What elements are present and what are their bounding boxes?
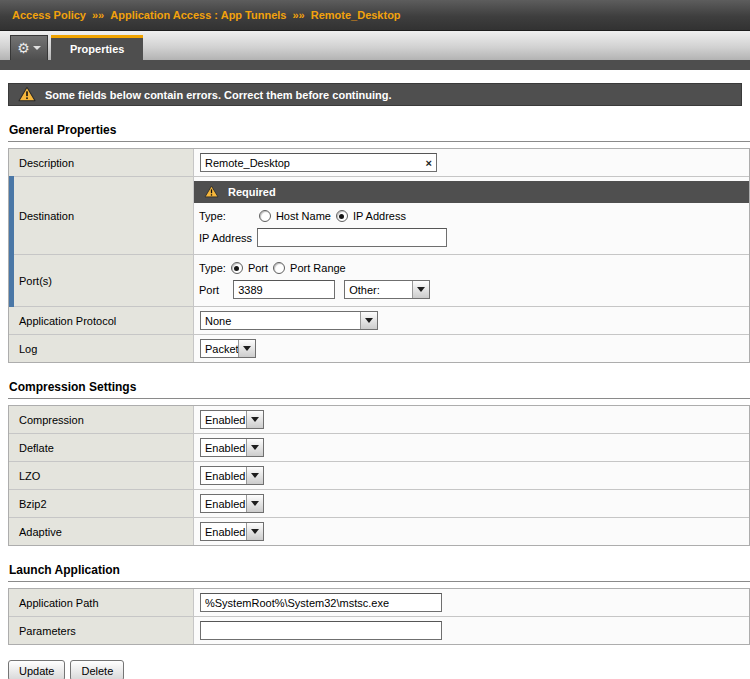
dropdown-arrow-icon bbox=[360, 312, 377, 329]
breadcrumb: Access Policy »» Application Access : Ap… bbox=[0, 0, 750, 31]
application-protocol-select[interactable]: None bbox=[200, 311, 378, 330]
port-radio-label: Port bbox=[248, 262, 268, 274]
ports-label: Port(s) bbox=[9, 255, 194, 306]
application-path-label: Application Path bbox=[9, 589, 194, 616]
adaptive-select-value: Enabled bbox=[201, 523, 246, 540]
log-select-value: Packet bbox=[201, 340, 238, 357]
host-name-radio[interactable] bbox=[259, 210, 271, 222]
lzo-row: LZO Enabled bbox=[9, 462, 749, 490]
adaptive-select[interactable]: Enabled bbox=[200, 522, 264, 541]
dropdown-arrow-icon bbox=[246, 523, 263, 540]
description-input[interactable] bbox=[200, 153, 437, 172]
destination-type-line: Type: Host Name IP Address bbox=[199, 210, 744, 222]
dropdown-arrow-icon bbox=[246, 467, 263, 484]
breadcrumb-separator: »» bbox=[92, 9, 104, 21]
log-label: Log bbox=[9, 335, 194, 362]
compression-settings-table: Compression Enabled Deflate Enabled LZO … bbox=[8, 405, 750, 546]
tab-strip-bar bbox=[0, 60, 750, 70]
tab-properties[interactable]: Properties bbox=[51, 35, 143, 60]
host-name-radio-label: Host Name bbox=[276, 210, 331, 222]
bzip2-label: Bzip2 bbox=[9, 490, 194, 517]
port-type-line: Type: Port Port Range bbox=[199, 262, 744, 274]
warning-icon bbox=[204, 185, 219, 200]
update-button[interactable]: Update bbox=[8, 660, 65, 679]
error-banner: Some fields below contain errors. Correc… bbox=[8, 83, 742, 106]
settings-menu-button[interactable]: ⚙ bbox=[10, 35, 48, 60]
description-label: Description bbox=[9, 149, 194, 176]
bzip2-select-value: Enabled bbox=[201, 495, 246, 512]
general-properties-table: Description × Destination Required Type:… bbox=[8, 148, 750, 363]
error-banner-text: Some fields below contain errors. Correc… bbox=[45, 89, 392, 101]
deflate-label: Deflate bbox=[9, 434, 194, 461]
other-port-select-value: Other: bbox=[345, 281, 412, 298]
ip-address-line: IP Address bbox=[199, 228, 744, 247]
compression-select-value: Enabled bbox=[201, 411, 246, 428]
application-protocol-row: Application Protocol None bbox=[9, 307, 749, 335]
section-title-compression-settings: Compression Settings bbox=[8, 378, 750, 399]
breadcrumb-separator: »» bbox=[292, 9, 304, 21]
adaptive-label: Adaptive bbox=[9, 518, 194, 545]
launch-application-table: Application Path Parameters bbox=[8, 588, 750, 645]
section-title-general-properties: General Properties bbox=[8, 121, 750, 142]
parameters-row: Parameters bbox=[9, 617, 749, 644]
application-protocol-select-value: None bbox=[201, 312, 360, 329]
adaptive-row: Adaptive Enabled bbox=[9, 518, 749, 545]
action-button-row: Update Delete bbox=[8, 660, 750, 679]
tab-properties-label: Properties bbox=[70, 43, 124, 55]
parameters-input[interactable] bbox=[200, 621, 442, 640]
bzip2-select[interactable]: Enabled bbox=[200, 494, 264, 513]
compression-label: Compression bbox=[9, 406, 194, 433]
breadcrumb-item-app-tunnels[interactable]: Application Access : App Tunnels bbox=[110, 9, 286, 21]
port-radio[interactable] bbox=[231, 262, 243, 274]
log-row: Log Packet bbox=[9, 335, 749, 362]
breadcrumb-item-access-policy[interactable]: Access Policy bbox=[12, 9, 86, 21]
application-path-row: Application Path bbox=[9, 589, 749, 617]
ip-address-field-label: IP Address bbox=[199, 232, 252, 244]
breadcrumb-item-remote-desktop: Remote_Desktop bbox=[311, 9, 401, 21]
lzo-select-value: Enabled bbox=[201, 467, 246, 484]
description-row: Description × bbox=[9, 149, 749, 177]
dropdown-arrow-icon bbox=[246, 439, 263, 456]
ports-row: Port(s) Type: Port Port Range Port Other… bbox=[9, 255, 749, 307]
dropdown-arrow-icon bbox=[412, 281, 429, 298]
section-title-launch-application: Launch Application bbox=[8, 561, 750, 582]
port-value-line: Port Other: bbox=[199, 280, 744, 299]
warning-icon bbox=[18, 86, 36, 104]
compression-row: Compression Enabled bbox=[9, 406, 749, 434]
required-banner: Required bbox=[194, 181, 749, 203]
log-select[interactable]: Packet bbox=[200, 339, 256, 358]
lzo-label: LZO bbox=[9, 462, 194, 489]
port-range-radio-label: Port Range bbox=[290, 262, 346, 274]
gear-icon: ⚙ bbox=[17, 41, 30, 55]
lzo-select[interactable]: Enabled bbox=[200, 466, 264, 485]
port-input[interactable] bbox=[233, 280, 335, 299]
destination-row: Destination Required Type: Host Name IP … bbox=[9, 177, 749, 255]
dropdown-arrow-icon bbox=[246, 411, 263, 428]
application-path-input[interactable] bbox=[200, 593, 442, 612]
parameters-label: Parameters bbox=[9, 617, 194, 644]
destination-label: Destination bbox=[9, 177, 194, 254]
chevron-down-icon bbox=[33, 46, 41, 50]
other-port-select[interactable]: Other: bbox=[344, 280, 430, 299]
ip-address-input[interactable] bbox=[257, 228, 447, 247]
required-text: Required bbox=[228, 186, 276, 198]
delete-button[interactable]: Delete bbox=[70, 660, 124, 679]
ip-address-radio[interactable] bbox=[336, 210, 348, 222]
tab-strip: ⚙ Properties bbox=[0, 31, 750, 60]
clear-icon[interactable]: × bbox=[426, 157, 432, 168]
deflate-select-value: Enabled bbox=[201, 439, 246, 456]
dropdown-arrow-icon bbox=[238, 340, 255, 357]
compression-select[interactable]: Enabled bbox=[200, 410, 264, 429]
type-label: Type: bbox=[199, 262, 226, 274]
dropdown-arrow-icon bbox=[246, 495, 263, 512]
deflate-row: Deflate Enabled bbox=[9, 434, 749, 462]
application-protocol-label: Application Protocol bbox=[9, 307, 194, 334]
deflate-select[interactable]: Enabled bbox=[200, 438, 264, 457]
type-label: Type: bbox=[199, 210, 226, 222]
ip-address-radio-label: IP Address bbox=[353, 210, 406, 222]
port-range-radio[interactable] bbox=[273, 262, 285, 274]
port-field-label: Port bbox=[199, 284, 219, 296]
bzip2-row: Bzip2 Enabled bbox=[9, 490, 749, 518]
